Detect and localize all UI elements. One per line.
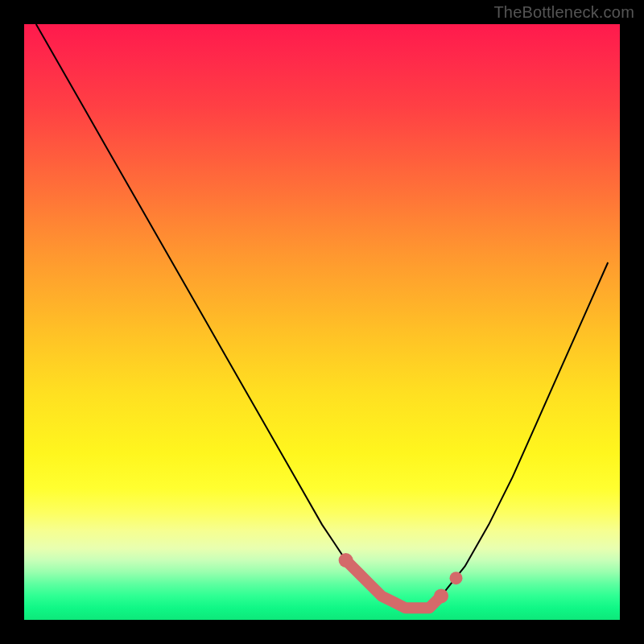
optimal-range-dot [434, 588, 448, 603]
optimal-range-dot [450, 572, 463, 584]
attribution-text: TheBottleneck.com [493, 3, 634, 22]
optimal-range-markers [339, 553, 463, 608]
optimal-range-line [346, 560, 441, 608]
bottleneck-curve [36, 24, 608, 608]
optimal-range-dot [339, 553, 353, 568]
plot-area [24, 24, 620, 620]
curve-svg [24, 24, 620, 620]
chart-frame: TheBottleneck.com [0, 0, 644, 644]
